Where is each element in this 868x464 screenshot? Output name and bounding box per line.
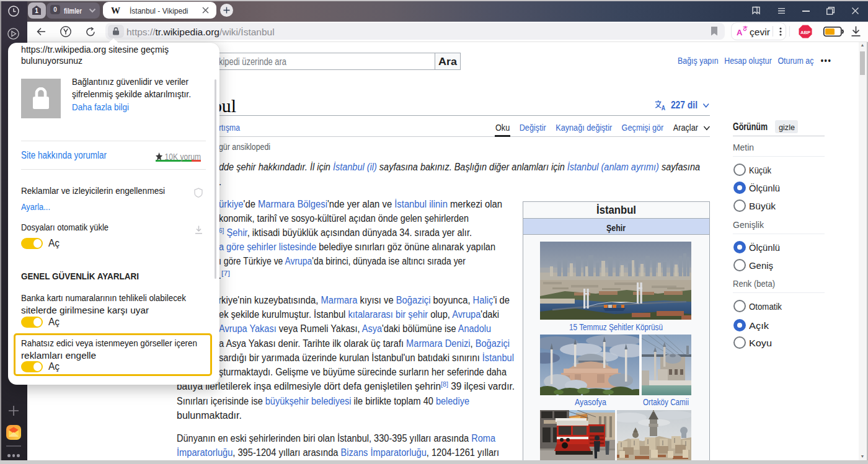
- svg-text:A: A: [662, 105, 665, 110]
- svg-text:1: 1: [35, 7, 38, 14]
- svg-text:ABP: ABP: [800, 30, 810, 35]
